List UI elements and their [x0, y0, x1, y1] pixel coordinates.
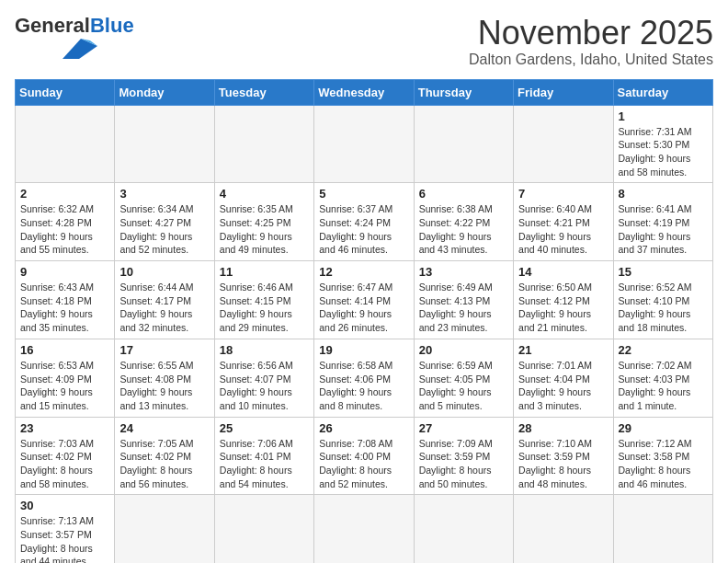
day-number: 3 [119, 187, 209, 201]
day-info: Sunrise: 6:35 AM Sunset: 4:25 PM Dayligh… [220, 202, 309, 257]
day-number: 7 [518, 187, 608, 201]
day-number: 19 [319, 343, 408, 357]
calendar-cell: 24Sunrise: 7:05 AM Sunset: 4:02 PM Dayli… [115, 417, 214, 495]
title-area: November 2025 Dalton Gardens, Idaho, Uni… [469, 15, 713, 68]
calendar-cell [314, 495, 414, 563]
calendar-cell: 15Sunrise: 6:52 AM Sunset: 4:10 PM Dayli… [613, 261, 712, 339]
weekday-header-friday: Friday [514, 79, 613, 105]
calendar-cell: 2Sunrise: 6:32 AM Sunset: 4:28 PM Daylig… [16, 183, 115, 261]
calendar-cell: 3Sunrise: 6:34 AM Sunset: 4:27 PM Daylig… [115, 183, 214, 261]
calendar-cell [16, 105, 115, 183]
day-info: Sunrise: 7:01 AM Sunset: 4:04 PM Dayligh… [518, 359, 608, 413]
day-info: Sunrise: 7:10 AM Sunset: 3:59 PM Dayligh… [518, 437, 608, 491]
weekday-header-tuesday: Tuesday [214, 79, 313, 105]
calendar-cell: 12Sunrise: 6:47 AM Sunset: 4:14 PM Dayli… [314, 261, 414, 339]
calendar-cell: 21Sunrise: 7:01 AM Sunset: 4:04 PM Dayli… [514, 339, 613, 417]
calendar-cell: 6Sunrise: 6:38 AM Sunset: 4:22 PM Daylig… [414, 183, 513, 261]
logo: GeneralBlue [15, 15, 134, 63]
calendar-week-row: 2Sunrise: 6:32 AM Sunset: 4:28 PM Daylig… [16, 183, 713, 261]
day-info: Sunrise: 6:52 AM Sunset: 4:10 PM Dayligh… [619, 281, 708, 335]
location-subtitle: Dalton Gardens, Idaho, United States [469, 52, 713, 68]
calendar-cell: 30Sunrise: 7:13 AM Sunset: 3:57 PM Dayli… [16, 495, 115, 563]
day-number: 17 [119, 343, 209, 357]
day-info: Sunrise: 6:59 AM Sunset: 4:05 PM Dayligh… [419, 359, 508, 413]
calendar-cell: 14Sunrise: 6:50 AM Sunset: 4:12 PM Dayli… [514, 261, 613, 339]
day-number: 11 [220, 265, 309, 279]
weekday-header-wednesday: Wednesday [314, 79, 414, 105]
day-info: Sunrise: 7:09 AM Sunset: 3:59 PM Dayligh… [419, 437, 508, 491]
calendar-table: SundayMondayTuesdayWednesdayThursdayFrid… [15, 79, 713, 563]
day-info: Sunrise: 7:06 AM Sunset: 4:01 PM Dayligh… [220, 437, 309, 491]
calendar-cell: 27Sunrise: 7:09 AM Sunset: 3:59 PM Dayli… [414, 417, 513, 495]
calendar-cell: 25Sunrise: 7:06 AM Sunset: 4:01 PM Dayli… [214, 417, 313, 495]
day-number: 8 [619, 187, 708, 201]
calendar-cell: 5Sunrise: 6:37 AM Sunset: 4:24 PM Daylig… [314, 183, 414, 261]
day-number: 23 [20, 421, 109, 435]
logo-bird-icon [63, 39, 97, 59]
day-info: Sunrise: 7:13 AM Sunset: 3:57 PM Dayligh… [20, 514, 109, 563]
day-number: 15 [619, 265, 708, 279]
calendar-cell [514, 105, 613, 183]
day-info: Sunrise: 6:58 AM Sunset: 4:06 PM Dayligh… [319, 359, 408, 413]
calendar-cell [613, 495, 712, 563]
day-info: Sunrise: 7:08 AM Sunset: 4:00 PM Dayligh… [319, 437, 408, 491]
day-info: Sunrise: 6:38 AM Sunset: 4:22 PM Dayligh… [419, 202, 508, 257]
calendar-cell: 29Sunrise: 7:12 AM Sunset: 3:58 PM Dayli… [613, 417, 712, 495]
calendar-cell: 28Sunrise: 7:10 AM Sunset: 3:59 PM Dayli… [514, 417, 613, 495]
weekday-header-sunday: Sunday [16, 79, 115, 105]
day-number: 22 [619, 343, 708, 357]
calendar-cell: 17Sunrise: 6:55 AM Sunset: 4:08 PM Dayli… [115, 339, 214, 417]
calendar-week-row: 30Sunrise: 7:13 AM Sunset: 3:57 PM Dayli… [16, 495, 713, 563]
day-info: Sunrise: 7:03 AM Sunset: 4:02 PM Dayligh… [20, 437, 109, 491]
day-info: Sunrise: 6:47 AM Sunset: 4:14 PM Dayligh… [319, 281, 408, 335]
day-number: 20 [419, 343, 508, 357]
calendar-week-row: 23Sunrise: 7:03 AM Sunset: 4:02 PM Dayli… [16, 417, 713, 495]
day-number: 6 [419, 187, 508, 201]
day-number: 13 [419, 265, 508, 279]
calendar-week-row: 9Sunrise: 6:43 AM Sunset: 4:18 PM Daylig… [16, 261, 713, 339]
day-number: 26 [319, 421, 408, 435]
calendar-cell: 16Sunrise: 6:53 AM Sunset: 4:09 PM Dayli… [16, 339, 115, 417]
day-info: Sunrise: 6:43 AM Sunset: 4:18 PM Dayligh… [20, 281, 109, 335]
calendar-cell: 20Sunrise: 6:59 AM Sunset: 4:05 PM Dayli… [414, 339, 513, 417]
day-info: Sunrise: 7:02 AM Sunset: 4:03 PM Dayligh… [619, 359, 708, 413]
day-info: Sunrise: 6:32 AM Sunset: 4:28 PM Dayligh… [20, 202, 109, 257]
calendar-cell: 10Sunrise: 6:44 AM Sunset: 4:17 PM Dayli… [115, 261, 214, 339]
day-info: Sunrise: 6:50 AM Sunset: 4:12 PM Dayligh… [518, 281, 608, 335]
day-number: 9 [20, 265, 109, 279]
day-info: Sunrise: 6:46 AM Sunset: 4:15 PM Dayligh… [220, 281, 309, 335]
weekday-header-monday: Monday [115, 79, 214, 105]
weekday-header-thursday: Thursday [414, 79, 513, 105]
calendar-cell [115, 495, 214, 563]
calendar-cell [514, 495, 613, 563]
logo-blue: Blue [90, 14, 134, 37]
calendar-cell: 18Sunrise: 6:56 AM Sunset: 4:07 PM Dayli… [214, 339, 313, 417]
calendar-cell: 8Sunrise: 6:41 AM Sunset: 4:19 PM Daylig… [613, 183, 712, 261]
day-number: 10 [119, 265, 209, 279]
day-number: 2 [20, 187, 109, 201]
calendar-cell: 26Sunrise: 7:08 AM Sunset: 4:00 PM Dayli… [314, 417, 414, 495]
day-number: 16 [20, 343, 109, 357]
calendar-cell: 7Sunrise: 6:40 AM Sunset: 4:21 PM Daylig… [514, 183, 613, 261]
day-info: Sunrise: 6:53 AM Sunset: 4:09 PM Dayligh… [20, 359, 109, 413]
page-header: GeneralBlue November 2025 Dalton Gardens… [15, 15, 713, 68]
calendar-cell [414, 495, 513, 563]
day-info: Sunrise: 6:37 AM Sunset: 4:24 PM Dayligh… [319, 202, 408, 257]
calendar-cell: 1Sunrise: 7:31 AM Sunset: 5:30 PM Daylig… [613, 105, 712, 183]
day-info: Sunrise: 6:44 AM Sunset: 4:17 PM Dayligh… [119, 281, 209, 335]
day-info: Sunrise: 6:41 AM Sunset: 4:19 PM Dayligh… [619, 202, 708, 257]
calendar-cell [214, 495, 313, 563]
day-number: 21 [518, 343, 608, 357]
calendar-cell: 22Sunrise: 7:02 AM Sunset: 4:03 PM Dayli… [613, 339, 712, 417]
day-number: 18 [220, 343, 309, 357]
weekday-header-saturday: Saturday [613, 79, 712, 105]
day-number: 29 [619, 421, 708, 435]
day-info: Sunrise: 6:40 AM Sunset: 4:21 PM Dayligh… [518, 202, 608, 257]
calendar-cell: 9Sunrise: 6:43 AM Sunset: 4:18 PM Daylig… [16, 261, 115, 339]
day-number: 5 [319, 187, 408, 201]
day-info: Sunrise: 6:55 AM Sunset: 4:08 PM Dayligh… [119, 359, 209, 413]
calendar-cell [414, 105, 513, 183]
day-number: 25 [220, 421, 309, 435]
day-info: Sunrise: 7:12 AM Sunset: 3:58 PM Dayligh… [619, 437, 708, 491]
calendar-cell [115, 105, 214, 183]
